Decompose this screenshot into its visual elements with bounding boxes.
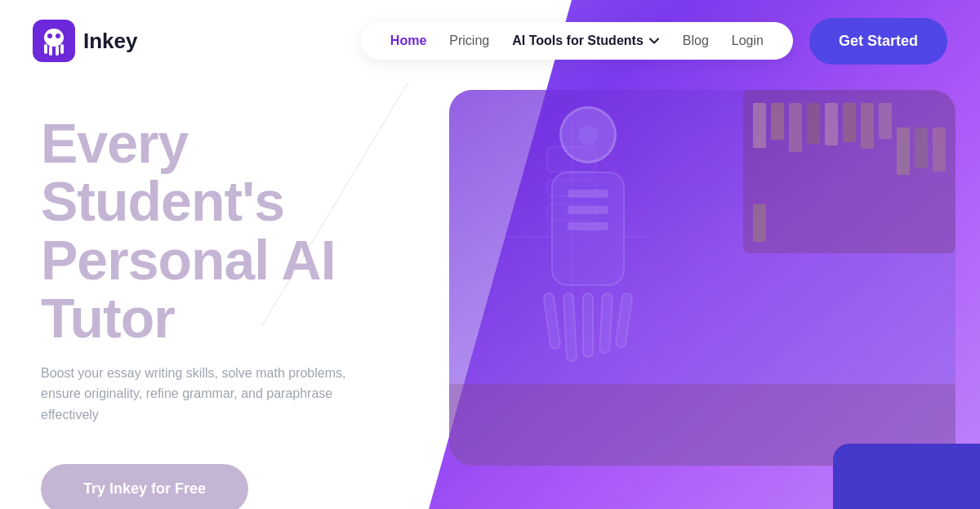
hero-image [449,90,956,466]
squid-logo-icon [33,20,75,62]
bottom-right-accent [833,444,980,509]
try-free-button[interactable]: Try Inkey for Free [41,464,248,509]
hero-subtitle: Boost your essay writing skills, solve m… [41,363,384,426]
svg-rect-5 [44,44,47,54]
logo[interactable]: Inkey [33,20,138,62]
hero-content: Every Student's Personal AI Tutor Boost … [41,114,433,509]
header: Inkey Home Pricing AI Tools for Students… [0,0,980,82]
nav-item-blog[interactable]: Blog [683,33,709,48]
nav-item-login[interactable]: Login [732,33,764,48]
svg-point-4 [56,33,60,38]
nav: Home Pricing AI Tools for Students Blog … [361,18,947,65]
nav-item-home[interactable]: Home [390,33,426,48]
get-started-button[interactable]: Get Started [809,18,947,65]
nav-pill: Home Pricing AI Tools for Students Blog … [361,22,793,60]
chevron-down-icon [648,35,660,47]
hero-image-background [449,90,956,466]
svg-rect-7 [56,46,59,56]
svg-rect-6 [49,46,52,56]
logo-text: Inkey [83,29,138,54]
hero-title: Every Student's Personal AI Tutor [41,114,433,348]
image-overlay [449,90,956,466]
nav-item-ai-tools[interactable]: AI Tools for Students [512,33,660,48]
svg-point-2 [44,29,64,47]
svg-rect-8 [60,44,64,54]
svg-point-3 [47,33,52,38]
nav-item-pricing[interactable]: Pricing [449,33,489,48]
